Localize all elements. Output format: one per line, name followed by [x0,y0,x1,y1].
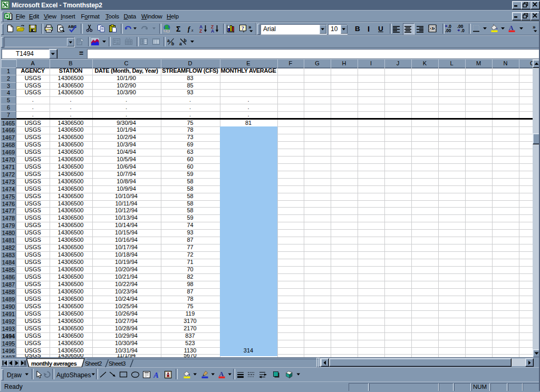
svg-text:»: » [248,25,252,30]
svg-text:b: b [171,41,174,46]
svg-text:A: A [509,24,514,32]
svg-text:Z: Z [199,28,202,33]
svg-text:.00: .00 [445,28,451,33]
svg-text:f: f [188,25,191,33]
svg-text:x: x [191,28,194,33]
svg-text:a: a [431,26,434,31]
svg-text:a: a [167,38,170,43]
svg-text:A: A [211,28,214,33]
svg-text:.0: .0 [461,28,465,33]
svg-text:a: a [179,41,182,46]
svg-text:?: ? [242,25,245,31]
svg-text:b: b [184,38,187,43]
svg-text:A: A [219,370,224,378]
svg-text:l: l [158,371,160,379]
svg-text:»: » [533,25,536,30]
